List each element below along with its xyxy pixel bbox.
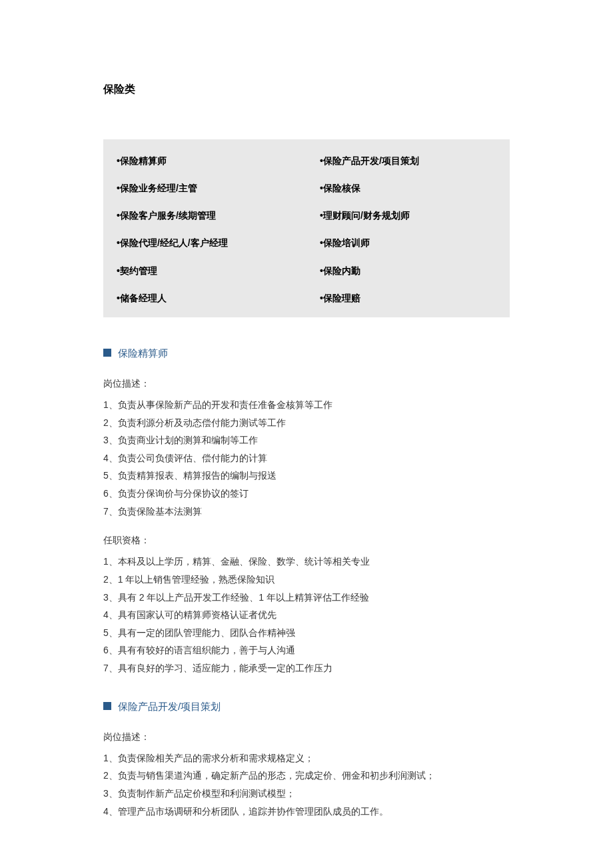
table-row: •储备经理人 •保险理赔 bbox=[103, 285, 510, 312]
qualification-item: 2、1 年以上销售管理经验，熟悉保险知识 bbox=[103, 571, 510, 589]
section-title: 保险精算师 bbox=[118, 344, 168, 362]
table-row: •保险代理/经纪人/客户经理 •保险培训师 bbox=[103, 229, 510, 257]
qualification-item: 7、具有良好的学习、适应能力，能承受一定的工作压力 bbox=[103, 659, 510, 677]
description-item: 5、负责精算报表、精算报告的编制与报送 bbox=[103, 467, 510, 485]
category-item: •保险理赔 bbox=[306, 285, 510, 312]
square-bullet-icon bbox=[103, 702, 111, 710]
table-row: •契约管理 •保险内勤 bbox=[103, 257, 510, 285]
description-item: 2、负责与销售渠道沟通，确定新产品的形态，完成定价、佣金和初步利润测试； bbox=[103, 767, 510, 785]
square-bullet-icon bbox=[103, 349, 111, 357]
category-item: •保险产品开发/项目策划 bbox=[306, 147, 510, 175]
section-header-product-dev: 保险产品开发/项目策划 bbox=[103, 697, 510, 715]
qualification-label: 任职资格： bbox=[103, 532, 510, 549]
category-item: •保险精算师 bbox=[103, 147, 306, 175]
qualification-item: 1、本科及以上学历，精算、金融、保险、数学、统计等相关专业 bbox=[103, 553, 510, 571]
category-item: •储备经理人 bbox=[103, 285, 306, 312]
qualification-item: 3、具有 2 年以上产品开发工作经验、1 年以上精算评估工作经验 bbox=[103, 589, 510, 607]
qualification-item: 4、具有国家认可的精算师资格认证者优先 bbox=[103, 606, 510, 624]
section-header-actuary: 保险精算师 bbox=[103, 344, 510, 362]
category-item: •保险客户服务/续期管理 bbox=[103, 202, 306, 229]
description-item: 3、负责制作新产品定价模型和利润测试模型； bbox=[103, 785, 510, 803]
description-item: 7、负责保险基本法测算 bbox=[103, 503, 510, 521]
qualification-item: 5、具有一定的团队管理能力、团队合作精神强 bbox=[103, 624, 510, 642]
description-item: 1、负责保险相关产品的需求分析和需求规格定义； bbox=[103, 749, 510, 767]
qualification-item: 6、具有有较好的语言组织能力，善于与人沟通 bbox=[103, 641, 510, 659]
section-title: 保险产品开发/项目策划 bbox=[118, 697, 221, 715]
description-item: 3、负责商业计划的测算和编制等工作 bbox=[103, 431, 510, 449]
description-item: 1、负责从事保险新产品的开发和责任准备金核算等工作 bbox=[103, 396, 510, 414]
category-item: •保险代理/经纪人/客户经理 bbox=[103, 229, 306, 257]
category-item: •保险核保 bbox=[306, 175, 510, 202]
description-item: 4、负责公司负债评估、偿付能力的计算 bbox=[103, 449, 510, 467]
category-item: •保险培训师 bbox=[306, 229, 510, 257]
page-title: 保险类 bbox=[103, 80, 510, 99]
description-label: 岗位描述： bbox=[103, 729, 510, 745]
description-item: 2、负责利源分析及动态偿付能力测试等工作 bbox=[103, 414, 510, 432]
category-item: •理财顾问/财务规划师 bbox=[306, 202, 510, 229]
description-label: 岗位描述： bbox=[103, 375, 510, 392]
category-item: •保险业务经理/主管 bbox=[103, 175, 306, 202]
description-item: 4、管理产品市场调研和分析团队，追踪并协作管理团队成员的工作。 bbox=[103, 803, 510, 821]
table-row: •保险业务经理/主管 •保险核保 bbox=[103, 175, 510, 202]
table-row: •保险精算师 •保险产品开发/项目策划 bbox=[103, 147, 510, 175]
description-item: 6、负责分保询价与分保协议的签订 bbox=[103, 485, 510, 503]
category-item: •保险内勤 bbox=[306, 257, 510, 285]
category-item: •契约管理 bbox=[103, 257, 306, 285]
category-table: •保险精算师 •保险产品开发/项目策划 •保险业务经理/主管 •保险核保 •保险… bbox=[103, 139, 510, 317]
table-row: •保险客户服务/续期管理 •理财顾问/财务规划师 bbox=[103, 202, 510, 229]
